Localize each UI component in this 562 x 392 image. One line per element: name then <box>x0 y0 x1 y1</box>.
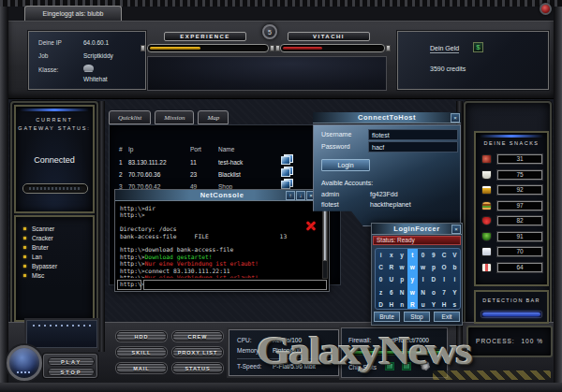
sidebar-item-bypasser[interactable]: Bypasser <box>16 261 93 270</box>
money-panel: Dein Geld $ 3590 credits <box>397 31 549 90</box>
bullet-icon <box>23 265 26 268</box>
console-line: Directory: /docs <box>120 225 318 232</box>
console-line: http:\>download bank-access-file <box>120 246 318 253</box>
table-row[interactable]: 183.130.111.2211test-hack <box>119 156 334 168</box>
account-username: admin <box>321 191 370 201</box>
table-row[interactable]: 270.70.60.3623Blacklist <box>119 168 334 181</box>
sidebar-item-cracker[interactable]: Cracker <box>16 233 93 242</box>
sidebar-item-bruter[interactable]: Bruter <box>16 242 93 252</box>
grid-char: C <box>439 249 450 261</box>
close-icon[interactable]: × <box>451 113 460 123</box>
grid-char: 0 <box>418 249 428 261</box>
job-value: Scriptkiddy <box>83 52 113 59</box>
experience-label: EXPERIENCE <box>164 32 246 41</box>
cell-ip: 83.130.111.22 <box>128 159 190 166</box>
skill-button[interactable]: SKILL <box>116 347 167 357</box>
scroll-up-button[interactable]: ↑ <box>286 191 295 200</box>
menu-label: Cracker <box>32 235 53 241</box>
console-message: download bank-access-file <box>145 246 234 253</box>
grid-char: o <box>428 286 438 298</box>
bar-cap <box>140 45 145 51</box>
class-label: Klasse: <box>38 66 58 73</box>
netconsole-window: NetConsole ↑↓× http:\>dirhttp:\>Director… <box>114 189 330 292</box>
play-button[interactable]: PLAY <box>48 357 95 366</box>
password-field[interactable] <box>368 141 458 152</box>
right-rail <box>554 7 562 383</box>
account-row[interactable]: flotesthacktheplanet <box>321 201 454 211</box>
firewall-bar <box>347 349 442 356</box>
connect-titlebar[interactable]: ConnectToHost <box>313 112 461 123</box>
account-row[interactable]: adminfg423Fdd <box>321 191 454 201</box>
console-line: http:\>dir <box>120 205 318 211</box>
gear-icon[interactable] <box>421 361 430 370</box>
console-prompt-text: http:\> <box>120 254 145 260</box>
grid-char: 7 <box>439 286 450 298</box>
login-button[interactable]: Login <box>321 159 370 171</box>
logged-in-tab[interactable]: Eingeloggt als: blubb <box>24 6 122 21</box>
chip-icon[interactable] <box>402 362 411 370</box>
tab-quicklist[interactable]: Quicklist <box>109 110 151 124</box>
rice-icon <box>481 170 492 180</box>
netconsole-title: NetConsole <box>200 191 244 199</box>
exit-button[interactable]: Exit <box>434 312 460 322</box>
tab-mission[interactable]: Mission <box>155 110 194 124</box>
firewall-label: Firewall: <box>348 337 371 343</box>
sidebar-item-misc[interactable]: Misc <box>16 270 93 280</box>
accounts-list: adminfg423Fddflotesthacktheplanet <box>321 191 454 211</box>
stat-label: Memory: <box>237 347 273 354</box>
grid-char: y <box>407 273 418 285</box>
host-computer-icon[interactable] <box>281 167 293 175</box>
stop-button[interactable]: STOP <box>48 368 95 376</box>
console-input[interactable] <box>143 280 327 290</box>
mail-button[interactable]: MAIL <box>116 363 167 373</box>
close-icon[interactable]: × <box>451 225 461 234</box>
tab-strip: QuicklistMissionMap <box>109 110 229 125</box>
grid-char: p <box>397 273 407 285</box>
chip-icon[interactable] <box>385 362 394 370</box>
host-computer-icon[interactable] <box>281 154 293 163</box>
snack-row: 75 <box>480 167 543 183</box>
snacks-list: 3175929782917064 <box>480 152 543 275</box>
grid-char: U <box>386 273 396 285</box>
status-button[interactable]: STATUS <box>172 363 223 373</box>
brute-button[interactable]: Brute <box>374 312 400 322</box>
dial-knob[interactable] <box>7 345 42 381</box>
snack-value: 70 <box>497 247 542 256</box>
grid-char: x <box>386 249 396 261</box>
bullet-icon <box>23 246 26 249</box>
money-value: 3590 credits <box>430 65 466 72</box>
hdd-button[interactable]: HDD <box>116 331 167 341</box>
snack-row: 64 <box>480 260 543 276</box>
snacks-title: DEINE SNACKS <box>476 140 547 146</box>
console-message: connect 83.130.111.22:11 <box>145 268 230 274</box>
sidebar-item-lan[interactable]: Lan <box>16 252 93 261</box>
grid-char: t <box>407 249 418 261</box>
vitachi-fill <box>283 47 322 50</box>
left-mini-screen <box>26 320 97 348</box>
grid-char: z <box>376 286 386 298</box>
snack-row: 91 <box>480 229 543 245</box>
sidebar-item-scanner[interactable]: Scanner <box>16 224 93 233</box>
stop-button[interactable]: Stop <box>404 312 430 322</box>
snack-value: 64 <box>497 263 542 272</box>
bullet-icon <box>23 255 26 258</box>
snack-row: 92 <box>480 182 543 198</box>
stat-label: T-Speed: <box>237 363 273 370</box>
tab-map[interactable]: Map <box>198 110 229 124</box>
console-message: Nur eine Verbindung ist erlaubt! <box>145 274 259 278</box>
bullet-icon <box>23 274 26 277</box>
snacks-box: DEINE SNACKS 3175929782917064 <box>474 131 549 286</box>
forcer-titlebar[interactable]: LoginForcer <box>372 224 462 235</box>
password-label: Password <box>321 143 350 150</box>
scroll-down-button[interactable]: ↓ <box>296 191 305 200</box>
username-field[interactable] <box>368 129 458 140</box>
ip-label: Deine IP <box>38 39 62 46</box>
host-computer-icon[interactable] <box>281 179 293 187</box>
stat-value: Xentio/100 <box>273 337 334 343</box>
crew-button[interactable]: CREW <box>172 331 223 341</box>
gateway-title: CURRENT GATEWAY STATUS: <box>16 116 93 133</box>
gateway-status: Connected <box>16 155 93 165</box>
power-button-icon[interactable] <box>540 3 552 15</box>
proxy-list-button[interactable]: PROXY LIST <box>172 347 223 357</box>
grid-char: D <box>428 273 438 285</box>
